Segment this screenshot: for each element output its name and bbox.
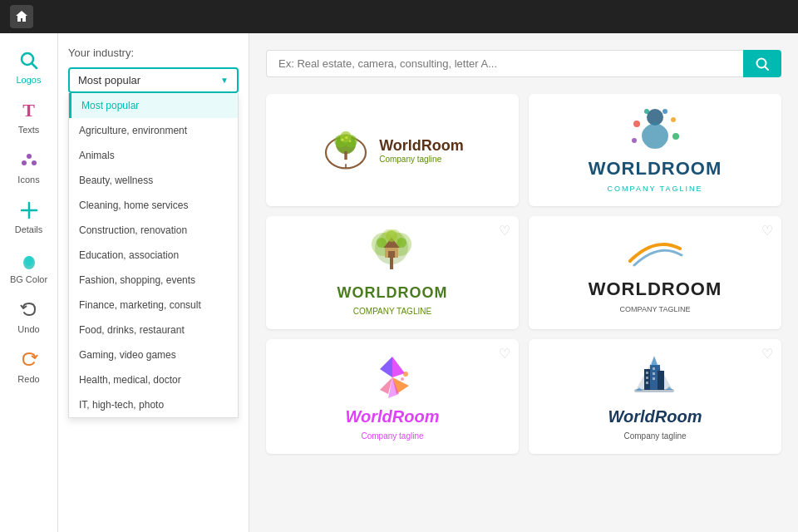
search-icon [755,57,770,71]
logo-5-tagline: Company tagline [361,431,423,441]
logo-3-icon [365,229,419,279]
svg-rect-52 [646,382,648,384]
svg-point-4 [32,160,37,165]
heart-icon-5[interactable]: ♡ [499,346,510,362]
search-button[interactable] [743,50,781,77]
top-bar [0,0,798,33]
svg-rect-16 [344,150,347,159]
dropdown-item-4[interactable]: Cleaning, home services [69,193,238,218]
logo-card-2[interactable]: WORLDROOM COMPANY TAGLINE [529,94,781,206]
icons-icon [18,150,40,171]
logo-1-name: WorldRoom [379,137,464,155]
dropdown-item-5[interactable]: Construction, renovation [69,218,238,243]
logo-6-name: WorldRoom [608,407,702,426]
texts-icon: T [22,100,35,121]
industry-panel: Your industry: Most popular ▼ Most popul… [58,33,249,532]
svg-rect-49 [658,371,664,390]
logo-card-5-inner: WorldRoom Company tagline [346,352,440,441]
sidebar-item-details[interactable]: Details [0,191,57,241]
logo-5-icon [367,352,417,402]
logo-3-name: WORLDROOM [337,284,448,302]
svg-point-45 [401,377,404,381]
sidebar-item-redo[interactable]: Redo [0,341,57,391]
svg-marker-40 [380,357,392,377]
svg-point-23 [671,117,676,122]
logo-card-6[interactable]: ♡ [529,339,781,454]
sidebar-item-icons[interactable]: Icons [0,141,57,191]
svg-line-1 [32,64,37,69]
dropdown-item-9[interactable]: Food, drinks, restaurant [69,318,238,342]
heart-icon-3[interactable]: ♡ [499,223,510,239]
logo-3-tagline: COMPANY TAGLINE [353,307,431,316]
content-area: WorldRoom Company tagline [249,33,798,532]
heart-icon-4[interactable]: ♡ [761,223,773,239]
sidebar-undo-label: Undo [17,324,39,334]
svg-marker-39 [392,357,405,377]
sidebar-texts-label: Texts [18,125,40,135]
logo-4-tagline: COMPANY TAGLINE [620,305,691,313]
svg-point-8 [25,256,33,266]
svg-rect-54 [653,372,655,375]
dropdown-selected-label: Most popular [78,74,140,86]
search-bar [266,50,781,77]
logo-1-text: WorldRoom Company tagline [379,137,464,164]
logo-card-1-inner: WorldRoom Company tagline [321,126,464,175]
main-layout: Logos T Texts Icons Details [0,33,798,532]
svg-point-19 [345,135,347,138]
dropdown-item-10[interactable]: Gaming, video games [69,342,238,367]
sidebar-bgcolor-label: BG Color [10,274,47,284]
sidebar-item-texts[interactable]: T Texts [0,91,57,141]
svg-marker-56 [651,356,658,366]
svg-point-22 [633,121,640,127]
logo-card-4-inner: WORLDROOM COMPANY TAGLINE [589,232,722,313]
logo-card-3-inner: WORLDROOM COMPANY TAGLINE [337,229,448,316]
sidebar-icons-label: Icons [17,175,39,185]
dropdown-item-0[interactable]: Most popular [69,93,238,118]
logo-card-4[interactable]: ♡ WORLDROOM COMPANY TAGLINE [529,216,781,329]
home-button[interactable] [10,5,33,28]
undo-icon [18,299,40,321]
sidebar-logos-label: Logos [17,75,42,85]
heart-icon-6[interactable]: ♡ [761,346,773,362]
svg-point-38 [386,230,397,242]
svg-rect-34 [388,251,395,258]
industry-dropdown[interactable]: Most popular ▼ Most popularAgriculture, … [68,67,239,93]
logo-card-1[interactable]: WorldRoom Company tagline [266,94,519,206]
svg-rect-55 [653,377,655,380]
dropdown-item-1[interactable]: Agriculture, environment [69,118,238,143]
sidebar-item-undo[interactable]: Undo [0,291,57,341]
logo-card-6-inner: WorldRoom Company tagline [608,352,702,441]
svg-point-2 [27,154,32,159]
dropdown-item-3[interactable]: Beauty, wellness [69,168,238,193]
sidebar-redo-label: Redo [17,374,39,384]
sidebar-item-bg-color[interactable]: BG Color [0,241,57,291]
logo-6-tagline: Company tagline [623,431,686,441]
dropdown-item-12[interactable]: IT, high-tech, photo [69,392,238,417]
logo-4-icon [622,232,688,273]
logo-5-name: WorldRoom [346,407,440,426]
dropdown-item-8[interactable]: Finance, marketing, consult [69,293,238,318]
svg-point-37 [397,238,406,248]
logo-card-3[interactable]: ♡ [266,216,519,329]
svg-rect-51 [646,377,648,379]
logo-1-tagline: Company tagline [379,155,464,164]
dropdown-item-7[interactable]: Fashion, shopping, events [69,268,238,293]
sidebar-details-label: Details [15,224,43,234]
svg-rect-35 [390,258,393,269]
logo-card-5[interactable]: ♡ WorldRoom Company tagline [266,339,519,454]
dropdown-item-11[interactable]: Health, medical, doctor [69,367,238,392]
svg-rect-50 [646,372,648,374]
dropdown-item-2[interactable]: Animals [69,143,238,168]
svg-point-36 [377,238,387,248]
logo-2-icon [630,107,680,153]
svg-point-3 [22,160,27,165]
sidebar-item-logos[interactable]: Logos [0,42,57,91]
search-input[interactable] [266,50,743,77]
logo-2-tagline: COMPANY TAGLINE [608,185,703,193]
svg-point-24 [672,133,679,140]
dropdown-item-6[interactable]: Education, association [69,243,238,268]
redo-icon [18,349,40,371]
svg-point-25 [632,138,637,143]
logo-4-name: WORLDROOM [589,278,722,300]
dropdown-selected[interactable]: Most popular ▼ [68,67,239,93]
